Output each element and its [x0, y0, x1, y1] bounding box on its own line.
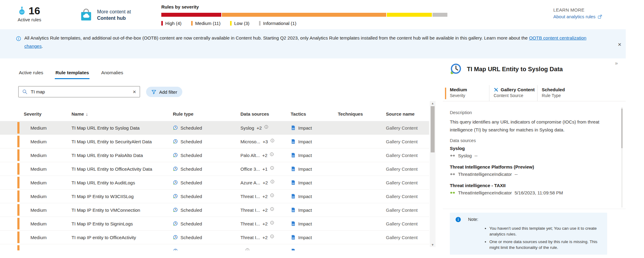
table-scrollbar[interactable]: ▲ ▼ — [430, 101, 436, 247]
row-severity: Medium — [30, 139, 47, 144]
table-row[interactable]: Medium TI map IP entity to OfficeActivit… — [0, 231, 429, 244]
content-hub-shortcut[interactable]: More content at Content hub — [79, 8, 131, 22]
row-severity: Medium — [30, 153, 47, 158]
panel-title: TI Map URL Entity to Syslog Data — [467, 66, 563, 73]
info-icon[interactable] — [270, 180, 275, 184]
info-icon[interactable] — [245, 248, 250, 250]
tab-rule-templates[interactable]: Rule templates — [55, 69, 89, 79]
row-data-sources: Palo Alt... +2 — [240, 152, 274, 158]
scrollbar-down-icon[interactable]: ▼ — [430, 243, 436, 246]
table-row[interactable]: Medium TI Map URL Entity to AuditLogs Sc… — [0, 176, 429, 190]
table-row[interactable]: Medium TI Map IP Entity to SigninLogs Sc… — [0, 217, 429, 231]
info-icon[interactable] — [270, 152, 274, 156]
data-source-status: -- — [474, 153, 478, 158]
learn-more-label: LEARN MORE — [553, 7, 602, 12]
row-data-source-more: +2 — [262, 153, 267, 158]
severity-indicator — [17, 232, 19, 243]
info-icon[interactable] — [270, 193, 274, 197]
meta-severity-value: Medium — [450, 87, 489, 92]
connector-disconnected-icon — [450, 154, 455, 158]
col-data-sources[interactable]: Data sources — [240, 111, 269, 117]
scheduled-clock-icon — [173, 180, 178, 185]
severity-indicator — [17, 163, 19, 175]
meta-content-source-value: Gallery Content — [501, 87, 535, 92]
table-row[interactable]: Medium TI Map URL Entity to Syslog Data … — [0, 121, 429, 135]
about-analytics-rules-link[interactable]: About analytics rules — [553, 14, 602, 19]
row-data-sources: Microso... +3 — [240, 138, 275, 145]
note-label: Note: — [468, 217, 478, 222]
search-box[interactable]: × — [18, 86, 140, 97]
row-rule-type-label: Scheduled — [180, 221, 202, 226]
impact-tactic-icon — [291, 221, 296, 226]
info-icon[interactable] — [270, 138, 275, 143]
search-clear-icon[interactable]: × — [133, 89, 136, 95]
col-severity[interactable]: Severity — [24, 111, 41, 117]
info-icon[interactable] — [270, 221, 274, 225]
data-source-status-row: ThreatIntelligenceIndicator 5/16/2023, 1… — [450, 190, 563, 195]
panel-scrollbar[interactable] — [621, 107, 623, 207]
severity-chart-title: Rules by severity — [161, 4, 447, 9]
severity-indicator — [17, 177, 19, 188]
meta-rule-type-label: Rule Type — [542, 93, 595, 98]
banner-text: All Analytics Rule templates, and additi… — [24, 34, 601, 50]
data-source-status-row: ThreatIntelligenceIndicator -- — [450, 172, 518, 177]
row-name: TI Map URL Entity to AuditLogs — [72, 180, 135, 185]
info-icon[interactable] — [264, 125, 268, 129]
scrollbar-thumb[interactable] — [431, 106, 435, 152]
legend-marker — [161, 21, 163, 26]
note-item: You haven't used this template yet; You … — [489, 225, 607, 237]
row-source-name: Gallery Content — [386, 153, 418, 158]
table-row[interactable]: Medium TI Map URL Entity to OfficeActivi… — [0, 162, 429, 176]
table-row[interactable]: Medium TI Map IP Entity to W3CIISLog Sch… — [0, 190, 429, 203]
severity-segment-medium — [222, 13, 387, 17]
col-tactics[interactable]: Tactics — [291, 111, 306, 117]
col-rule-type[interactable]: Rule type — [173, 111, 194, 117]
table-row-partial[interactable] — [0, 244, 429, 250]
note-info-icon — [455, 217, 461, 222]
row-name: TI Map URL Entity to Syslog Data — [72, 125, 140, 131]
search-input[interactable] — [31, 89, 129, 94]
row-tactics-label: Impact — [298, 166, 312, 172]
row-data-source-more: +2 — [262, 194, 268, 199]
banner-text-before: All Analytics Rule templates, and additi… — [24, 35, 529, 40]
description-label: Description — [450, 110, 472, 115]
row-data-source-more: +3 — [263, 139, 268, 144]
tab-anomalies[interactable]: Anomalies — [100, 69, 124, 79]
scrollbar-up-icon[interactable]: ▲ — [430, 102, 436, 105]
info-icon[interactable] — [270, 166, 274, 170]
active-rules-label: Active rules — [18, 17, 41, 22]
col-source-name[interactable]: Source name — [386, 111, 415, 117]
row-tactics: Impact — [291, 166, 312, 172]
meta-severity-label: Severity — [450, 93, 489, 98]
row-severity: Medium — [30, 180, 47, 185]
severity-segment-low — [387, 13, 432, 17]
legend-marker — [191, 21, 193, 26]
info-icon[interactable] — [270, 234, 274, 239]
row-rule-type-label: Scheduled — [180, 180, 202, 185]
meta-rule-type-value: Scheduled — [542, 87, 595, 92]
row-data-sources: Azure A... +2 — [240, 180, 275, 186]
gallery-content-icon — [494, 87, 499, 92]
severity-indicator — [17, 190, 19, 202]
row-data-source-label: Threat I... — [240, 207, 260, 213]
col-techniques[interactable]: Techniques — [338, 111, 363, 117]
panel-divider — [443, 209, 626, 209]
add-filter-button[interactable]: Add filter — [146, 87, 182, 97]
banner-close-icon[interactable]: × — [618, 41, 621, 47]
scheduled-clock-icon — [173, 166, 178, 172]
table-row[interactable]: Medium TI Map URL Entity to SecurityAler… — [0, 135, 429, 148]
severity-legend: High (4)Medium (11)Low (3)Informational … — [161, 21, 447, 26]
severity-segment-high — [161, 13, 221, 17]
row-source-name: Gallery Content — [386, 235, 418, 240]
info-icon[interactable] — [270, 207, 274, 211]
table-row[interactable]: Medium TI Map IP Entity to VMConnection … — [0, 203, 429, 217]
row-tactics-label: Impact — [298, 194, 312, 199]
col-name[interactable]: Name↓ — [72, 111, 88, 117]
row-tactics: Impact — [291, 180, 312, 185]
tab-active-rules[interactable]: Active rules — [18, 69, 44, 79]
severity-segment-informational — [432, 13, 447, 17]
panel-collapse-icon[interactable]: » — [615, 60, 618, 66]
panel-scrollbar-thumb[interactable] — [621, 109, 623, 148]
legend-marker — [259, 21, 261, 26]
table-row[interactable]: Medium TI Map URL Entity to PaloAlto Dat… — [0, 148, 429, 162]
